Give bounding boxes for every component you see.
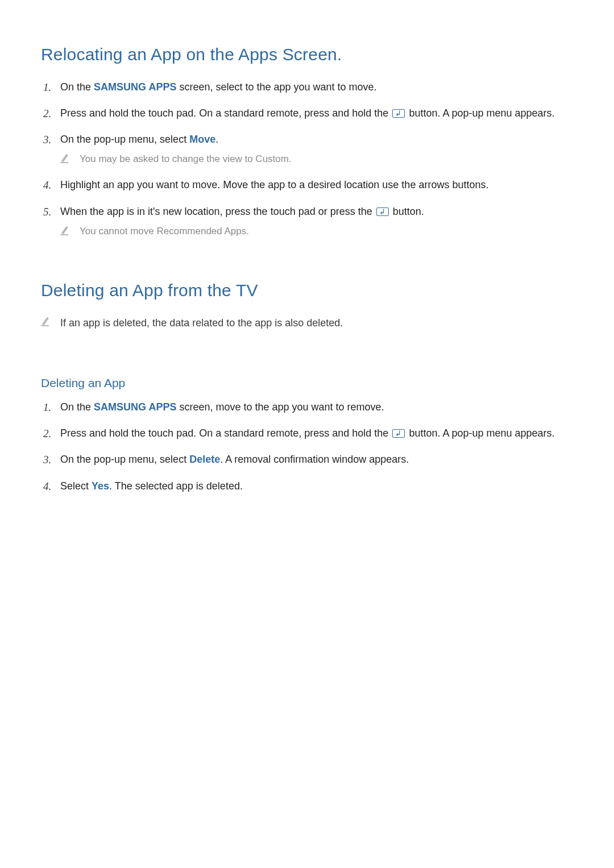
delete-label: Delete (189, 454, 220, 465)
samsung-apps-label: SAMSUNG APPS (94, 81, 176, 93)
enter-button-icon (392, 429, 405, 438)
note-recommended: You cannot move Recommended Apps. (60, 225, 573, 239)
text: On the (60, 81, 94, 93)
samsung-apps-label: SAMSUNG APPS (94, 401, 176, 413)
note-text: You may be asked to change the view to C… (80, 153, 292, 164)
text: Select (60, 480, 92, 492)
text: screen, move to the app you want to remo… (176, 401, 384, 413)
text: button. (390, 206, 424, 217)
relocate-step-3: On the pop-up menu, select Move. You may… (60, 132, 573, 167)
text: . (215, 134, 218, 145)
yes-label: Yes (92, 480, 109, 492)
text: . The selected app is deleted. (109, 480, 243, 492)
relocate-step-4: Highlight an app you want to move. Move … (60, 177, 573, 192)
text: Press and hold the touch pad. On a stand… (60, 427, 391, 439)
text: On the pop-up menu, select (60, 134, 189, 145)
text: button. A pop-up menu appears. (406, 107, 554, 119)
pencil-icon (41, 317, 50, 326)
note-custom-view: You may be asked to change the view to C… (60, 152, 573, 167)
text: Highlight an app you want to move. Move … (60, 179, 488, 190)
relocate-step-1: On the SAMSUNG APPS screen, select to th… (60, 80, 573, 94)
enter-button-icon (392, 109, 405, 118)
relocate-step-5: When the app is in it's new location, pr… (60, 204, 573, 239)
enter-button-icon (376, 207, 389, 216)
note-text: If an app is deleted, the data related t… (60, 317, 343, 329)
heading-relocate: Relocating an App on the Apps Screen. (41, 42, 573, 67)
text: screen, select to the app you want to mo… (176, 81, 376, 93)
delete-step-3: On the pop-up menu, select Delete. A rem… (60, 452, 573, 467)
note-text: You cannot move Recommended Apps. (80, 226, 249, 236)
pencil-icon (60, 226, 69, 235)
delete-step-4: Select Yes. The selected app is deleted. (60, 479, 573, 493)
delete-step-1: On the SAMSUNG APPS screen, move to the … (60, 400, 573, 414)
heading-delete: Deleting an App from the TV (41, 278, 573, 303)
relocate-step-2: Press and hold the touch pad. On a stand… (60, 106, 573, 121)
delete-steps: On the SAMSUNG APPS screen, move to the … (41, 400, 573, 493)
relocate-steps: On the SAMSUNG APPS screen, select to th… (41, 80, 573, 239)
note-data-deleted: If an app is deleted, the data related t… (41, 315, 573, 330)
text: On the (60, 401, 94, 413)
text: . A removal confirmation window appears. (220, 454, 409, 465)
subheading-delete: Deleting an App (41, 375, 573, 392)
move-label: Move (189, 134, 215, 145)
text: When the app is in it's new location, pr… (60, 206, 375, 217)
pencil-icon (60, 153, 69, 163)
text: Press and hold the touch pad. On a stand… (60, 107, 391, 119)
text: button. A pop-up menu appears. (406, 427, 554, 439)
text: On the pop-up menu, select (60, 454, 189, 465)
delete-step-2: Press and hold the touch pad. On a stand… (60, 426, 573, 441)
